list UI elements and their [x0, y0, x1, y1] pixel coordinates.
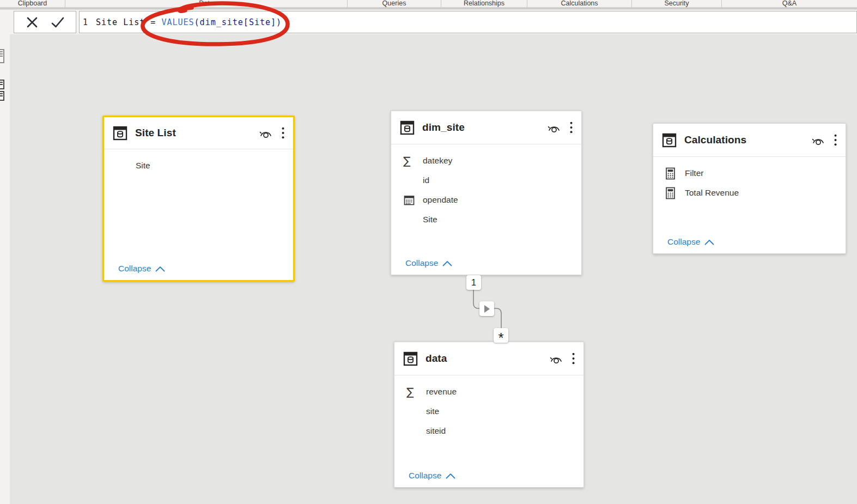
more-options-icon[interactable] [570, 122, 573, 133]
field-row-site[interactable]: Site [104, 156, 293, 175]
sigma-icon: ∑ [406, 386, 414, 397]
field-row-revenue[interactable]: ∑revenue [394, 382, 584, 402]
field-list: ∑revenuesitesiteid [394, 375, 584, 441]
field-list: Site [104, 149, 293, 175]
sigma-icon: ∑ [403, 155, 410, 166]
ribbon-group-calculations: Calculations [527, 0, 632, 7]
table-icon [403, 351, 418, 366]
report-view-icon[interactable] [0, 49, 4, 63]
calendar-icon [403, 194, 415, 206]
field-label: datekey [423, 156, 452, 166]
collapse-label: Collapse [409, 471, 441, 481]
calculator-icon [665, 167, 676, 180]
model-view-icon[interactable] [0, 91, 4, 101]
visibility-eye-icon[interactable] [811, 135, 825, 145]
field-icon-cell: ∑ [406, 386, 426, 397]
field-row-site[interactable]: site [394, 402, 584, 421]
field-label: Site [136, 161, 150, 171]
ribbon-group-label: Relationships [464, 0, 505, 7]
table-card-data[interactable]: data ∑revenuesitesiteid Collapse [394, 342, 584, 488]
cardinality-many-badge[interactable]: * [494, 328, 508, 343]
ribbon-group-queries: Queries [348, 0, 441, 7]
collapse-label: Collapse [667, 237, 700, 247]
collapse-link[interactable]: Collapse [118, 264, 165, 274]
chevron-up-icon [446, 473, 455, 479]
field-row-opendate[interactable]: opendate [391, 190, 581, 210]
ribbon-group-relationships: Relationships [441, 0, 527, 7]
cardinality-one-badge[interactable]: 1 [466, 275, 481, 290]
ribbon-group-label: Q&A [782, 0, 797, 7]
field-row-site[interactable]: Site [391, 210, 581, 229]
formula-code: Site List = VALUES(dim_site[Site]) [96, 17, 282, 27]
field-row-id[interactable]: id [391, 171, 581, 190]
table-card-calculations[interactable]: Calculations FilterTotal Revenue Collaps… [653, 123, 846, 254]
visibility-eye-icon[interactable] [549, 353, 563, 364]
calculator-icon [665, 187, 676, 199]
ribbon-group-clipboard: Clipboard [0, 0, 65, 7]
field-row-total-revenue[interactable]: Total Revenue [653, 183, 846, 203]
table-name: Site List [135, 127, 254, 139]
collapse-link[interactable]: Collapse [667, 237, 714, 247]
formula-bar: 1 Site List = VALUES(dim_site[Site]) [0, 10, 857, 34]
ribbon-group-labels: ClipboardDataQueriesRelationshipsCalcula… [0, 0, 857, 7]
collapse-label: Collapse [405, 258, 438, 268]
formula-line-number: 1 [83, 17, 88, 27]
table-card-header: dim_site [391, 111, 581, 144]
data-view-icon[interactable] [0, 80, 4, 89]
chevron-up-icon [442, 260, 452, 266]
field-label: id [423, 175, 429, 185]
field-label: site [426, 406, 439, 416]
ribbon-group-security: Security [632, 0, 722, 7]
field-list: FilterTotal Revenue [653, 157, 846, 203]
dax-measure-text: Site List = [96, 17, 161, 27]
field-label: Filter [685, 168, 703, 178]
collapse-label: Collapse [118, 264, 151, 274]
ribbon-group-label: Clipboard [18, 0, 47, 7]
field-icon-cell [403, 194, 423, 206]
commit-formula-icon[interactable] [50, 15, 65, 29]
dax-arguments-text: (dim_site[Site]) [195, 17, 282, 27]
field-row-filter[interactable]: Filter [653, 163, 846, 183]
field-label: siteid [426, 426, 446, 436]
field-row-datekey[interactable]: ∑datekey [391, 151, 581, 171]
table-card-header: data [394, 342, 584, 375]
table-card-dim-site[interactable]: dim_site ∑datekeyidopendateSite Collapse [391, 111, 582, 275]
field-icon-cell: ∑ [403, 155, 423, 166]
table-name: dim_site [422, 122, 543, 133]
more-options-icon[interactable] [282, 127, 284, 139]
field-label: revenue [426, 387, 457, 397]
formula-button-group [14, 11, 76, 33]
more-options-icon[interactable] [572, 353, 575, 365]
field-row-siteid[interactable]: siteid [394, 421, 584, 441]
dax-formula-input[interactable]: 1 Site List = VALUES(dim_site[Site]) [79, 11, 857, 33]
ribbon-group-label: Queries [382, 0, 406, 7]
ribbon-group-data: Data [65, 0, 348, 7]
cancel-formula-icon[interactable] [25, 15, 39, 29]
table-card-header: Site List [104, 117, 293, 149]
more-options-icon[interactable] [834, 134, 837, 146]
table-icon [662, 133, 677, 148]
field-label: Site [423, 215, 437, 224]
ribbon-group-label: Calculations [561, 0, 598, 7]
visibility-eye-icon[interactable] [259, 127, 273, 138]
collapse-link[interactable]: Collapse [409, 471, 455, 481]
ribbon-group-q-a: Q&A [722, 0, 857, 7]
field-icon-cell [665, 187, 685, 199]
dax-function-text: VALUES [161, 17, 194, 27]
collapse-link[interactable]: Collapse [405, 258, 452, 268]
table-name: data [426, 353, 545, 365]
chevron-up-icon [704, 239, 714, 245]
field-icon-cell [665, 167, 685, 180]
table-card-site-list[interactable]: Site List Site Collapse [102, 116, 295, 282]
table-icon [113, 126, 127, 141]
filter-direction-arrow-icon[interactable] [479, 301, 494, 316]
table-card-header: Calculations [653, 124, 846, 156]
table-name: Calculations [684, 134, 807, 146]
ribbon-divider [0, 7, 857, 9]
field-list: ∑datekeyidopendateSite [391, 144, 581, 229]
view-switcher-sidebar [0, 10, 10, 504]
visibility-eye-icon[interactable] [547, 122, 561, 133]
field-label: Total Revenue [685, 188, 739, 198]
chevron-up-icon [155, 266, 165, 272]
field-label: opendate [423, 195, 458, 205]
